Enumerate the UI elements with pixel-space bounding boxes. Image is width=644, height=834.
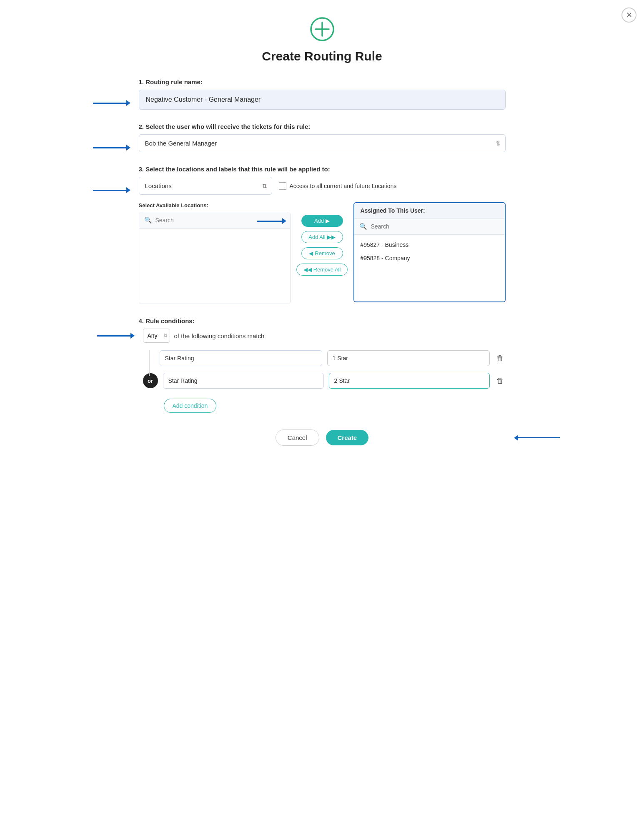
access-checkbox-row: Access to all current and future Locatio… — [279, 182, 397, 190]
close-icon: ✕ — [626, 10, 632, 20]
available-locations-box: Select Available Locations: 🔍 — [139, 202, 291, 304]
conditions-match-row: Any of the following conditions match — [143, 329, 506, 343]
remove-button[interactable]: ◀ Remove — [301, 247, 343, 259]
condition-connector-or: or — [143, 373, 158, 388]
assigned-search-input[interactable] — [371, 223, 499, 230]
assigned-locations-transfer-box: Assigned To This User: 🔍 #95827 - Busine… — [353, 202, 505, 302]
arrow-create — [514, 435, 560, 441]
condition1-value-wrapper: 1 Star — [327, 350, 490, 366]
section4-label: 4. Rule conditions: — [139, 317, 506, 324]
match-text: of the following conditions match — [174, 332, 265, 339]
assigned-header: Assigned To This User: — [354, 203, 504, 219]
conditions-tree: Star Rating 1 Star 🗑 or — [143, 350, 506, 389]
transfer-buttons-column: Add ▶ Add All ▶▶ ◀ Remove ◀◀ Remove All — [291, 215, 354, 276]
add-all-button[interactable]: Add All ▶▶ — [301, 231, 343, 243]
any-select-wrapper: Any — [143, 329, 170, 343]
search-icon-left: 🔍 — [144, 216, 152, 224]
section-conditions: 4. Rule conditions: Any of the following… — [139, 317, 506, 413]
section3-label: 3. Select the locations and labels that … — [139, 166, 506, 173]
section-locations: 3. Select the locations and labels that … — [139, 166, 506, 304]
remove-all-arrow-icon: ◀◀ — [303, 266, 312, 273]
transfer-ui: Select Available Locations: 🔍 — [139, 202, 506, 304]
user-select-wrapper: Bob the General Manager — [139, 134, 506, 152]
add-all-label: Add All — [308, 234, 325, 240]
remove-all-button[interactable]: ◀◀ Remove All — [296, 264, 348, 276]
cancel-label: Cancel — [288, 434, 307, 441]
add-all-arrow-icon: ▶▶ — [327, 234, 336, 240]
arrow-add — [257, 218, 286, 224]
locations-select[interactable]: Locations — [139, 177, 272, 195]
close-button[interactable]: ✕ — [621, 8, 636, 23]
condition1-delete-button[interactable]: 🗑 — [495, 352, 506, 364]
section-routing-name: 1. Routing rule name: — [139, 78, 506, 110]
add-condition-label: Add condition — [173, 402, 208, 409]
condition2-value-wrapper: 2 Star — [329, 373, 490, 389]
locations-top-row: Locations Access to all current and futu… — [139, 177, 506, 195]
condition2-value-select[interactable]: 2 Star — [329, 373, 490, 389]
condition1-field-select[interactable]: Star Rating — [160, 350, 322, 366]
condition-row-2: or Star Rating 2 Star 🗑 — [143, 373, 506, 389]
bottom-buttons: Cancel Create — [139, 430, 506, 446]
condition2-delete-button[interactable]: 🗑 — [495, 375, 506, 387]
condition1-field-wrapper: Star Rating — [160, 350, 322, 366]
condition1-value-select[interactable]: 1 Star — [327, 350, 490, 366]
delete-icon-2: 🗑 — [496, 377, 504, 385]
add-button[interactable]: Add ▶ — [301, 215, 343, 227]
list-item[interactable]: #95828 - Company — [354, 251, 504, 265]
section2-label: 2. Select the user who will receive the … — [139, 123, 506, 130]
locations-select-wrapper: Locations — [139, 177, 272, 195]
assigned-search-row: 🔍 — [354, 219, 504, 235]
page-header: Create Routing Rule — [139, 17, 506, 63]
assigned-locations-list: #95827 - Business #95828 - Company — [354, 235, 504, 301]
remove-label: Remove — [315, 250, 335, 256]
add-label: Add — [314, 218, 324, 224]
section-select-user: 2. Select the user who will receive the … — [139, 123, 506, 152]
any-select[interactable]: Any — [143, 329, 170, 343]
access-label: Access to all current and future Locatio… — [290, 183, 397, 189]
arrow-indicator-3 — [93, 187, 130, 193]
page-title: Create Routing Rule — [139, 49, 506, 63]
user-select[interactable]: Bob the General Manager — [139, 134, 506, 152]
list-item[interactable]: #95827 - Business — [354, 238, 504, 251]
delete-icon-1: 🗑 — [496, 354, 504, 362]
arrow-indicator-4 — [97, 333, 135, 339]
access-checkbox[interactable] — [279, 182, 286, 190]
available-locations-list — [139, 229, 290, 304]
add-condition-button[interactable]: Add condition — [164, 399, 217, 413]
create-button[interactable]: Create — [326, 430, 369, 445]
remove-arrow-icon: ◀ — [309, 250, 313, 256]
search-icon-right: 🔍 — [359, 223, 367, 230]
cancel-button[interactable]: Cancel — [276, 430, 319, 446]
arrow-indicator-1 — [93, 100, 130, 106]
add-circle-icon — [139, 17, 506, 45]
section1-label: 1. Routing rule name: — [139, 78, 506, 85]
available-locations-transfer-box: 🔍 — [139, 212, 291, 304]
create-label: Create — [338, 434, 357, 441]
add-arrow-icon: ▶ — [326, 218, 330, 224]
arrow-indicator-2 — [93, 145, 130, 151]
condition2-field-wrapper: Star Rating — [163, 373, 324, 389]
condition2-field-select[interactable]: Star Rating — [163, 373, 324, 389]
assigned-locations-box: Assigned To This User: 🔍 #95827 - Busine… — [353, 202, 505, 302]
remove-all-label: Remove All — [313, 266, 341, 273]
available-locations-label: Select Available Locations: — [139, 202, 291, 208]
condition-row-1: Star Rating 1 Star 🗑 — [160, 350, 506, 366]
routing-name-input[interactable] — [139, 90, 506, 110]
